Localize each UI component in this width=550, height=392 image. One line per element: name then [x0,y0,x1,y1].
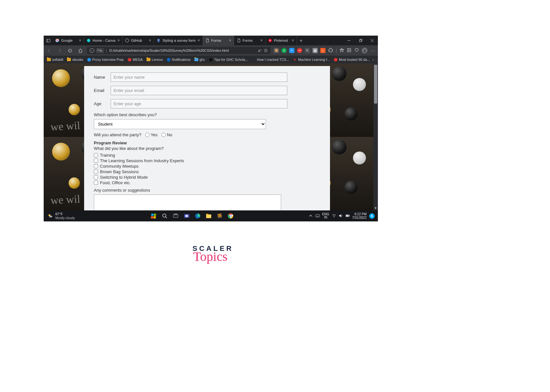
tab-forms[interactable]: Forms× [234,36,266,45]
collections-icon[interactable] [347,48,352,54]
tab-close-icon[interactable]: × [117,38,120,43]
forward-button[interactable] [56,47,63,54]
minimize-button[interactable] [343,39,355,42]
check-option[interactable]: Training [94,153,320,158]
bookmark-icon [334,58,337,62]
check-2[interactable] [94,164,98,168]
profile-avatar[interactable] [362,48,368,53]
favorites-icon[interactable] [339,48,344,54]
describe-select[interactable]: Student [94,119,266,129]
scroll-down-arrow-icon[interactable]: ▼ [373,206,378,210]
bookmark-notifications[interactable]: Notifications [166,58,192,62]
favorite-star-icon[interactable] [264,48,268,53]
bookmark-ghc[interactable]: ghc [193,58,206,62]
bookmark-how-i-cracked-tcs-[interactable]: How I cracked TCS... [250,58,290,62]
check-4[interactable] [94,175,98,179]
bookmark-tips-for-ghc-schola-[interactable]: Tips for GHC Schola... [208,58,249,62]
extension-grammarly-icon[interactable]: G [281,48,287,53]
teams-taskbar-icon[interactable] [182,212,191,220]
check-option[interactable]: Brown Bag Sessions [94,169,320,174]
back-button[interactable] [46,47,53,54]
tab-close-icon[interactable]: × [229,38,231,43]
keyboard-tray-icon[interactable] [315,214,320,218]
doc-favicon-icon [157,39,160,42]
check-5[interactable] [94,181,98,185]
new-tab-button[interactable]: ＋ [297,36,305,45]
name-input[interactable] [111,73,287,82]
comments-textarea[interactable] [94,195,281,210]
read-aloud-icon[interactable]: A» [258,48,262,53]
bookmark-machine-learning-f-[interactable]: ♥Machine Learning f... [292,58,331,62]
url-input[interactable] [109,48,256,53]
tab-close-icon[interactable]: × [292,38,294,43]
email-input[interactable] [111,86,287,95]
tray-overflow-icon[interactable] [309,214,313,218]
svg-rect-34 [206,215,211,218]
bookmarks-overflow-chevron-icon[interactable]: › [372,58,374,62]
bookmark-ebooks[interactable]: ebooks [66,58,84,62]
extension-grey-icon[interactable]: ▦ [313,48,318,53]
tab-close-icon[interactable]: × [198,38,200,43]
tab-home-canva[interactable]: CHome - Canva× [84,36,123,45]
extension-react-icon[interactable]: ⚛ [289,48,294,53]
start-button[interactable] [149,212,158,220]
bookmark-icon [167,58,171,62]
bookmark-mega[interactable]: MEGA [126,58,144,62]
clock[interactable]: 8:22 PM 7/31/2022 [352,212,367,219]
tray-skype-icon[interactable]: S [369,213,375,219]
bookmark-lenovo[interactable]: Lenovo [145,58,164,62]
extension-orange-icon[interactable]: L [320,48,325,53]
bookmark-softskill[interactable]: softskill [46,58,64,62]
bookmark-label: MEGA [133,58,143,62]
weather-widget[interactable]: 87°F Mostly cloudy [44,212,79,219]
refresh-button[interactable] [66,47,73,54]
extension-paint-icon[interactable]: 🎨 [274,48,279,53]
bookmark-label: Proxy Interview Prep [92,58,124,62]
check-3[interactable] [94,170,98,174]
check-0[interactable] [94,153,98,157]
more-menu-button[interactable]: ··· [370,48,376,53]
search-button[interactable] [160,212,169,220]
tab-close-icon[interactable]: × [260,38,263,43]
tab-close-icon[interactable]: × [149,38,151,43]
extension-red-icon[interactable]: •• [297,48,302,53]
scrollbar-thumb[interactable] [374,65,377,104]
edge-taskbar-icon[interactable] [193,212,202,220]
volume-tray-icon[interactable] [339,214,343,218]
age-input[interactable] [111,99,287,108]
check-option[interactable]: Food, Office etc. [94,180,320,185]
sublime-taskbar-icon[interactable] [215,212,224,220]
check-option[interactable]: Community Meetups [94,164,320,169]
tab-label: Forms [243,39,253,42]
extensions-menu-icon[interactable] [328,48,333,54]
tab-close-icon[interactable]: × [79,38,81,43]
heart-icon[interactable] [354,48,359,54]
tab-pinterest[interactable]: PPinterest× [266,36,297,45]
attend-no-radio[interactable] [161,133,166,137]
bookmark-most-trusted-90-da-[interactable]: Most trusted 90 da... [332,58,371,62]
check-1[interactable] [94,159,98,163]
check-option[interactable]: The Learning Sessions from Industry Expe… [94,158,320,163]
tab-google[interactable]: Google× [53,36,84,45]
close-window-button[interactable] [366,39,378,42]
attend-yes-radio[interactable] [145,133,149,137]
chrome-taskbar-icon[interactable] [226,212,235,220]
check-option[interactable]: Switching to Hybrid Mode [94,175,320,180]
restore-button[interactable] [355,39,366,42]
vertical-scrollbar[interactable]: ▲ ▼ [373,63,378,210]
tab-forms[interactable]: Forms× [203,36,234,45]
extension-pen-icon[interactable]: ✎ [305,48,310,53]
battery-tray-icon[interactable] [346,214,350,218]
tab-styling-a-survey-form[interactable]: Styling a survey form× [154,36,203,45]
explorer-taskbar-icon[interactable] [204,212,213,220]
address-bar[interactable]: i File | A» [87,47,270,54]
tab-github[interactable]: GitHub× [123,36,154,45]
language-indicator[interactable]: ENG IN [322,213,329,219]
home-button[interactable] [77,47,84,54]
scaler-topics-logo: SCALER Topics [192,244,228,263]
site-info-icon[interactable]: i [90,48,94,53]
panel-toggle-icon[interactable] [44,36,53,45]
task-view-button[interactable] [171,212,180,220]
bookmark-proxy-interview-prep[interactable]: Proxy Interview Prep [86,58,125,62]
wifi-tray-icon[interactable] [332,214,336,218]
